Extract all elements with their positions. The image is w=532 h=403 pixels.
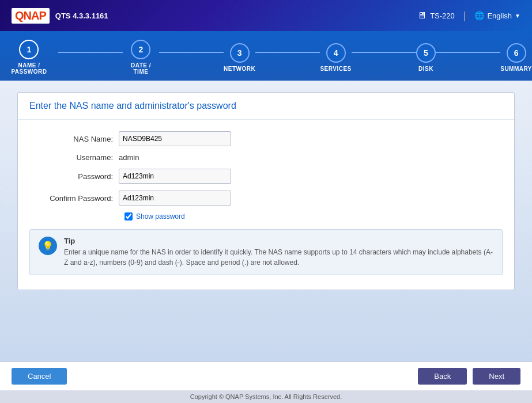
copyright: Copyright © QNAP Systems, Inc. All Right… [0,390,532,403]
step-2: 2 DATE / TIME [123,40,159,75]
nas-icon: 🖥 [417,10,427,21]
step-connector-3-4 [255,52,320,53]
tip-content: Tip Enter a unique name for the NAS in o… [64,237,493,268]
show-password-label[interactable]: Show password [136,212,185,220]
header: QNAP QTS 4.3.3.1161 🖥 TS-220 | 🌐 English… [0,0,532,31]
step-connector-2-3 [159,52,224,53]
language-selector[interactable]: 🌐 English ▼ [474,11,520,20]
footer-right: Back Next [418,368,520,385]
step-4: 4 SERVICES [320,43,351,72]
globe-icon: 🌐 [474,11,484,20]
step-6: 6 SUMMARY [500,43,532,72]
back-button[interactable]: Back [418,368,467,385]
form-card: Enter the NAS name and administrator's p… [17,92,515,290]
tip-box: 💡 Tip Enter a unique name for the NAS in… [29,229,503,275]
main-content: Enter the NAS name and administrator's p… [0,81,532,362]
form-title: Enter the NAS name and administrator's p… [18,93,514,120]
tip-icon: 💡 [39,237,57,255]
qts-version: QTS 4.3.3.1161 [55,12,108,20]
confirm-password-label: Confirm Password: [29,194,119,203]
tip-title: Tip [64,237,493,245]
form-body: NAS Name: Username: admin Password: Conf… [18,120,514,290]
step-label-3: NETWORK [224,66,255,72]
show-password-row: Show password [124,212,503,220]
step-circle-5: 5 [416,43,436,63]
step-label-4: SERVICES [320,66,351,72]
username-value: admin [119,153,139,162]
step-circle-6: 6 [507,43,526,63]
step-3: 3 NETWORK [224,43,255,72]
tip-text: Enter a unique name for the NAS in order… [64,247,493,268]
step-connector-1-2 [58,52,123,53]
header-right: 🖥 TS-220 | 🌐 English ▼ [417,10,520,22]
step-connector-4-5 [352,52,416,53]
step-circle-4: 4 [326,43,346,63]
step-label-2: DATE / TIME [123,62,159,75]
device-model: TS-220 [430,12,455,20]
password-label: Password: [29,172,119,181]
username-label: Username: [29,153,119,162]
nas-name-input[interactable] [119,131,231,146]
cancel-button[interactable]: Cancel [12,368,67,385]
password-row: Password: [29,169,503,184]
step-circle-1: 1 [19,40,39,59]
nas-name-row: NAS Name: [29,131,503,146]
step-label-6: SUMMARY [500,66,532,72]
step-1: 1 NAME / PASSWORD [0,40,58,75]
step-label-5: DISK [418,66,433,72]
nas-name-label: NAS Name: [29,135,119,143]
device-info: 🖥 TS-220 [417,10,455,21]
password-input[interactable] [119,169,231,184]
confirm-password-input[interactable] [119,191,231,206]
step-connector-5-6 [436,52,500,53]
steps-bar: 1 NAME / PASSWORD 2 DATE / TIME 3 NETWOR… [0,31,532,81]
next-button[interactable]: Next [473,368,520,385]
logo-area: QNAP QTS 4.3.3.1161 [12,8,108,24]
username-row: Username: admin [29,153,503,162]
step-label-1: NAME / PASSWORD [0,62,58,75]
step-circle-2: 2 [131,40,150,59]
confirm-password-row: Confirm Password: [29,191,503,206]
chevron-down-icon: ▼ [515,13,520,19]
header-divider: | [463,10,466,22]
step-circle-3: 3 [230,43,250,63]
steps-container: 1 NAME / PASSWORD 2 DATE / TIME 3 NETWOR… [0,40,532,75]
step-5: 5 DISK [416,43,436,72]
show-password-checkbox[interactable] [124,212,133,220]
footer-left: Cancel [12,368,67,385]
language-label: English [487,12,512,20]
qnap-logo: QNAP [12,8,50,24]
footer: Cancel Back Next [0,362,532,390]
